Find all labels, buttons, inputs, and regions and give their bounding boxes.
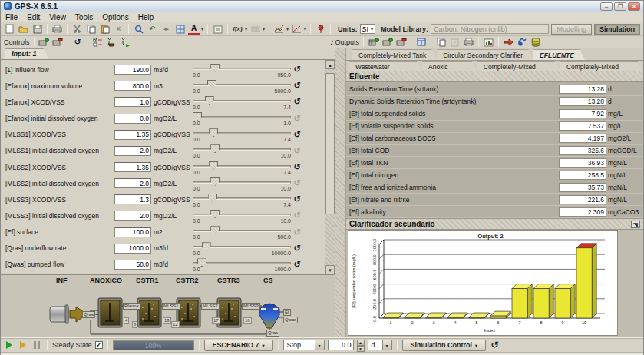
menu-item[interactable]: Tools [75, 13, 93, 22]
param-value-input[interactable] [114, 211, 151, 221]
param-slider[interactable]: 0.0 7.4 [193, 161, 291, 175]
reset-icon[interactable]: ↺ [291, 260, 303, 270]
param-slider[interactable]: 0.0 1.0 [193, 112, 291, 126]
reset-icon[interactable]: ↺ [291, 178, 303, 188]
reset-all-icon[interactable]: ↺ [72, 37, 84, 48]
param-value-input[interactable] [114, 130, 151, 140]
tab-input-1[interactable]: Input: 1 [5, 48, 49, 59]
open-icon[interactable] [18, 24, 29, 35]
scroll-down-icon[interactable]: ▼ [325, 265, 335, 274]
add-input-icon[interactable] [38, 37, 50, 48]
modelling-button[interactable]: Modelling [551, 24, 592, 35]
expand-graph-icon[interactable]: ◥ [631, 221, 640, 228]
slider-thumb[interactable] [210, 178, 220, 186]
reset-icon[interactable]: ↺ [291, 65, 303, 75]
grid-layout-icon[interactable] [174, 24, 186, 35]
time-field[interactable] [328, 340, 354, 350]
slider-thumb[interactable] [209, 128, 218, 137]
stream-label-qras2[interactable]: Qras [266, 330, 279, 337]
menu-item[interactable]: View [49, 13, 66, 22]
param-slider[interactable]: 0.0 500.0 [193, 226, 291, 240]
slider-track[interactable] [193, 181, 291, 184]
reset-icon[interactable]: ↺ [291, 194, 303, 204]
param-slider[interactable]: 0.0 950.0 [193, 64, 291, 78]
time-unit-select[interactable]: d▾ [368, 340, 392, 350]
power-plug-icon[interactable] [517, 37, 528, 48]
param-value-input[interactable] [114, 97, 151, 107]
define-controls-icon[interactable] [92, 37, 104, 48]
param-value-input[interactable] [114, 244, 151, 254]
slider-track[interactable] [193, 132, 291, 134]
run-controls-icon[interactable] [120, 37, 131, 48]
slider-thumb[interactable] [197, 258, 206, 267]
paste-icon[interactable] [99, 24, 111, 35]
menu-item[interactable]: Edit [27, 13, 40, 22]
slider-thumb[interactable] [202, 242, 211, 250]
locator-icon[interactable] [315, 24, 326, 35]
param-value-input[interactable] [114, 146, 151, 156]
stream-label-qras[interactable]: Qras [82, 311, 95, 318]
slider-track[interactable] [193, 230, 291, 232]
table-view-icon[interactable] [415, 37, 427, 48]
scroll-thumb[interactable] [325, 73, 335, 214]
param-slider[interactable]: 0.0 7.4 [193, 194, 291, 207]
param-slider[interactable]: 0.0 10.0 [193, 178, 291, 191]
menu-item[interactable]: File [5, 13, 18, 22]
remove-input-icon[interactable] [52, 37, 64, 48]
chart-output-icon[interactable] [483, 37, 494, 48]
accept-controls-icon[interactable] [106, 37, 117, 48]
stream-label-qwas[interactable]: Qwas [283, 317, 298, 323]
report-icon[interactable] [212, 24, 223, 35]
multi-chart-dropdown-arrow[interactable]: ▾ [286, 26, 289, 32]
param-value-input[interactable] [114, 178, 151, 188]
output-subtab[interactable]: Wastewater Influent [349, 61, 422, 71]
slider-thumb[interactable] [205, 96, 214, 105]
param-value-input[interactable] [114, 114, 151, 124]
param-value-input[interactable] [114, 194, 151, 204]
reset-icon[interactable]: ↺ [291, 114, 303, 124]
copy-output-icon[interactable] [435, 37, 447, 48]
param-slider[interactable]: 0.0 7.4 [193, 128, 291, 142]
slider-track[interactable] [193, 197, 291, 200]
slider-track[interactable] [193, 68, 291, 70]
print-output-icon[interactable] [463, 37, 474, 48]
font-icon[interactable]: A [188, 24, 200, 35]
split-view-icon[interactable]: ◂▸ [160, 24, 172, 35]
stream-label-mlss1[interactable]: MLSS1 [162, 303, 180, 310]
param-slider[interactable]: 0.0 10000.0 [193, 242, 291, 256]
output-tab[interactable]: Completely-Mixed Tank [352, 49, 437, 60]
delete-icon[interactable]: × [113, 24, 124, 35]
param-slider[interactable]: 0.0 10.0 [193, 144, 291, 158]
slider-track[interactable] [193, 148, 291, 151]
slider-track[interactable] [193, 214, 291, 216]
multi-chart-icon[interactable] [273, 24, 285, 35]
param-value-input[interactable] [114, 260, 151, 270]
slider-thumb[interactable] [207, 80, 216, 88]
param-value-input[interactable] [114, 65, 151, 75]
slider-thumb[interactable] [210, 210, 220, 218]
slider-track[interactable] [193, 262, 291, 264]
stream-label-mlss3[interactable]: MLSS3 [242, 303, 260, 310]
time-stepper[interactable]: ▲▼ [357, 340, 365, 350]
undo-icon[interactable]: ↶ [147, 24, 158, 35]
restore-button[interactable]: ❐ [614, 2, 626, 11]
param-value-input[interactable] [114, 162, 151, 172]
slider-thumb[interactable] [208, 194, 217, 202]
slider-thumb[interactable] [210, 64, 220, 72]
coins-icon[interactable] [530, 37, 542, 48]
scroll-up-icon[interactable]: ▲ [325, 60, 335, 69]
pause-icon[interactable] [31, 340, 42, 350]
line-chart-dropdown-arrow[interactable]: ▾ [304, 26, 306, 32]
font-dropdown-arrow[interactable]: ▾ [201, 26, 203, 32]
slider-thumb[interactable] [209, 161, 218, 170]
reset-icon[interactable]: ↺ [291, 227, 303, 237]
add-output-table-icon[interactable] [368, 37, 379, 48]
reset-icon[interactable]: ↺ [291, 97, 303, 107]
scenario-button[interactable]: ESCENARIO 7▾ [204, 340, 273, 351]
zoom-icon[interactable] [133, 24, 144, 35]
param-slider[interactable]: 0.0 1000.0 [193, 258, 291, 272]
controls-scrollbar[interactable]: ▲ ▼ [325, 60, 335, 274]
steady-state-checkbox[interactable]: ✓ [95, 341, 103, 349]
cut-icon[interactable] [71, 24, 83, 35]
simulation-control-button[interactable]: Simulation Control▾ [402, 340, 487, 351]
